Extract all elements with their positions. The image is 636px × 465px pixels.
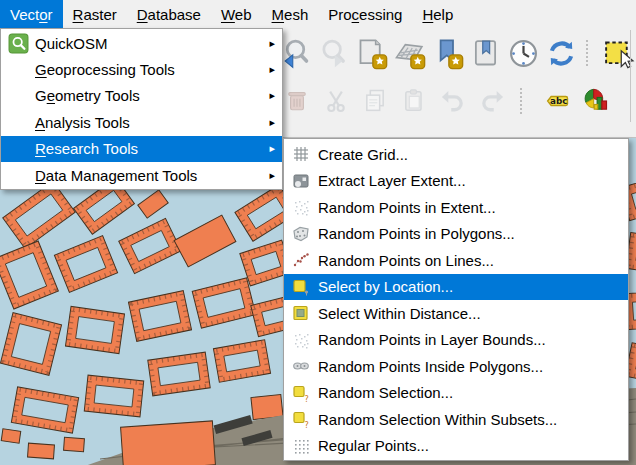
random-points-in-polygons-icon <box>291 224 311 244</box>
submenu-arrow-icon: ▸ <box>269 117 275 128</box>
menu-item-label: Random Points in Layer Bounds... <box>318 331 628 348</box>
zoom-last-icon <box>279 37 312 70</box>
submenu-arrow-icon: ▸ <box>269 38 275 49</box>
menu-item-label: Geometry Tools <box>35 87 269 104</box>
layer-labeling-button[interactable]: abc <box>541 85 572 117</box>
show-spatial-bookmarks-button[interactable] <box>467 34 504 72</box>
svg-text:abc: abc <box>550 96 567 106</box>
menu-item-random-points-on-lines[interactable]: Random Points on Lines... <box>284 247 628 274</box>
menu-item-regular-points[interactable]: Regular Points... <box>284 433 628 460</box>
menu-item-label: Regular Points... <box>318 437 628 454</box>
menu-item-label: Random Points Inside Polygons... <box>318 358 628 375</box>
random-points-on-lines-icon <box>291 250 311 270</box>
menubar-item-database[interactable]: Database <box>127 0 211 28</box>
vector-menu: QuickOSM▸Geoprocessing Tools▸Geometry To… <box>0 28 283 190</box>
blank-icon <box>7 85 29 107</box>
blank-icon <box>7 111 29 133</box>
toolbar-separator <box>586 40 594 66</box>
menu-item-research-tools[interactable]: Research Tools▸ <box>1 136 282 162</box>
new-3d-map-view-button[interactable] <box>391 34 428 72</box>
diagram-options-button[interactable] <box>580 85 611 117</box>
menu-item-random-selection-within-subsets[interactable]: ?Random Selection Within Subsets... <box>284 406 628 433</box>
blank-icon <box>7 164 29 186</box>
temporal-controller-button[interactable] <box>505 34 542 72</box>
menu-item-data-management-tools[interactable]: Data Management Tools▸ <box>1 162 282 188</box>
undo-button[interactable] <box>437 85 468 117</box>
menu-item-random-points-in-polygons[interactable]: Random Points in Polygons... <box>284 221 628 248</box>
submenu-arrow-icon: ▸ <box>269 90 275 101</box>
select-by-location-icon <box>291 277 311 297</box>
menubar-item-label: Web <box>221 6 252 23</box>
menubar: VectorRasterDatabaseWebMeshProcessingHel… <box>0 0 636 28</box>
redo-button[interactable] <box>476 85 507 117</box>
refresh-button[interactable] <box>543 34 580 72</box>
menubar-item-label: Database <box>137 6 201 23</box>
undo-icon <box>439 87 467 115</box>
menu-item-random-points-inside-polygons[interactable]: Random Points Inside Polygons... <box>284 353 628 380</box>
research-tools-submenu: Create Grid...Extract Layer Extent...Ran… <box>283 138 629 461</box>
submenu-arrow-icon: ▸ <box>269 64 275 75</box>
menu-item-label: Random Selection Within Subsets... <box>318 411 628 428</box>
zoom-next-icon <box>317 37 350 70</box>
menubar-item-mesh[interactable]: Mesh <box>262 0 319 28</box>
menubar-item-vector[interactable]: Vector <box>0 0 63 28</box>
menu-item-extract-layer-extent[interactable]: Extract Layer Extent... <box>284 168 628 195</box>
copy-features-button[interactable] <box>359 85 390 117</box>
menubar-item-label: Mesh <box>272 6 309 23</box>
menu-item-label: Analysis Tools <box>35 114 269 131</box>
menu-item-label: Data Management Tools <box>35 167 269 184</box>
submenu-arrow-icon: ▸ <box>269 170 275 181</box>
random-points-in-extent-icon <box>291 197 311 217</box>
menu-item-label: QuickOSM <box>35 35 269 52</box>
temporal-controller-icon <box>507 37 540 70</box>
menu-item-geometry-tools[interactable]: Geometry Tools▸ <box>1 83 282 109</box>
quickosm-icon <box>7 32 29 54</box>
menu-item-label: Research Tools <box>35 140 269 157</box>
submenu-arrow-icon: ▸ <box>269 143 275 154</box>
select-within-distance-icon <box>291 303 311 323</box>
toolbar-row-1 <box>277 32 636 74</box>
menu-item-geoprocessing-tools[interactable]: Geoprocessing Tools▸ <box>1 56 282 82</box>
menu-item-label: Extract Layer Extent... <box>318 172 628 189</box>
menubar-item-web[interactable]: Web <box>211 0 262 28</box>
menubar-item-label: Help <box>422 6 453 23</box>
menu-item-label: Create Grid... <box>318 146 628 163</box>
menu-item-random-points-in-extent[interactable]: Random Points in Extent... <box>284 194 628 221</box>
new-map-view-button[interactable] <box>353 34 390 72</box>
zoom-next-button[interactable] <box>315 34 352 72</box>
layer-labeling-icon: abc <box>543 87 571 115</box>
toolbar-edge-divider <box>630 30 631 122</box>
random-selection-icon: ? <box>291 383 311 403</box>
menubar-item-label: Vector <box>10 6 53 23</box>
show-spatial-bookmarks-icon <box>469 37 502 70</box>
svg-text:?: ? <box>304 394 308 403</box>
delete-selected-button[interactable] <box>281 85 312 117</box>
menubar-item-label: Raster <box>73 6 117 23</box>
menubar-item-processing[interactable]: Processing <box>318 0 412 28</box>
menu-item-label: Select by Location... <box>318 278 628 295</box>
menu-item-create-grid[interactable]: Create Grid... <box>284 141 628 168</box>
menu-item-analysis-tools[interactable]: Analysis Tools▸ <box>1 109 282 135</box>
menu-item-label: Random Selection... <box>318 384 628 401</box>
menu-item-select-within-distance[interactable]: Select Within Distance... <box>284 300 628 327</box>
refresh-icon <box>545 37 578 70</box>
extract-layer-extent-icon <box>291 171 311 191</box>
new-spatial-bookmark-icon <box>431 37 464 70</box>
menu-item-quickosm[interactable]: QuickOSM▸ <box>1 30 282 56</box>
blank-icon <box>7 138 29 160</box>
cut-features-button[interactable] <box>320 85 351 117</box>
cut-features-icon <box>322 87 350 115</box>
menubar-item-help[interactable]: Help <box>412 0 463 28</box>
svg-text:?: ? <box>304 421 308 430</box>
paste-features-button[interactable] <box>398 85 429 117</box>
menu-item-select-by-location[interactable]: Select by Location... <box>284 274 628 301</box>
menubar-item-raster[interactable]: Raster <box>63 0 127 28</box>
menu-item-random-selection[interactable]: ?Random Selection... <box>284 380 628 407</box>
menubar-item-label: Processing <box>328 6 402 23</box>
menu-item-random-points-in-layer-bounds[interactable]: Random Points in Layer Bounds... <box>284 327 628 354</box>
new-spatial-bookmark-button[interactable] <box>429 34 466 72</box>
blank-icon <box>7 59 29 81</box>
copy-features-icon <box>361 87 389 115</box>
delete-selected-icon <box>283 87 311 115</box>
menu-item-label: Geoprocessing Tools <box>35 61 269 78</box>
